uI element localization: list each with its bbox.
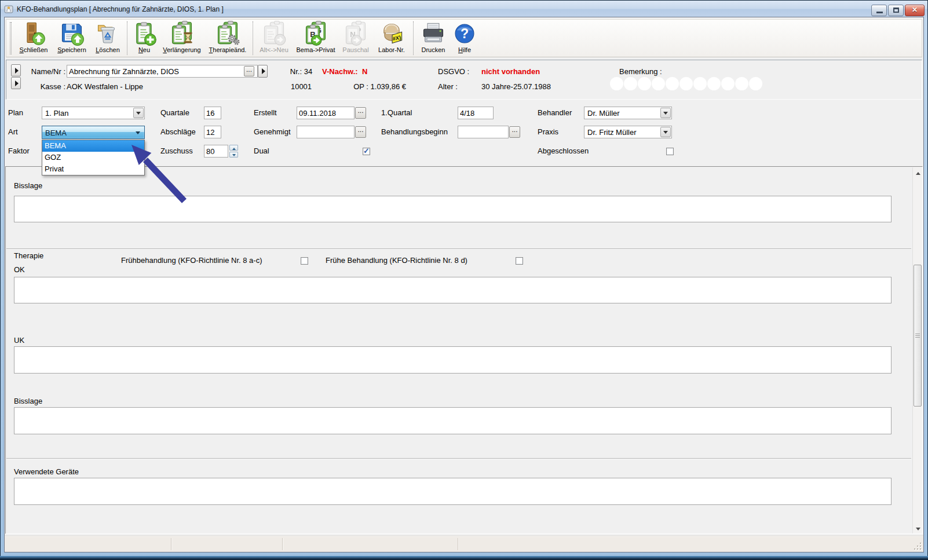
scrollbar-up-button[interactable] <box>913 167 923 177</box>
art-option-privat[interactable]: Privat <box>42 163 144 175</box>
application-window: KFO-Behandlungsplan [ Abrechnung für Zah… <box>0 0 928 560</box>
bemerkung-dot <box>652 77 665 90</box>
dual-checkbox[interactable] <box>363 148 370 155</box>
maximize-icon <box>893 8 899 13</box>
patient-name-input[interactable] <box>67 65 258 78</box>
dual-label: Dual <box>254 147 269 155</box>
abgeschlossen-label: Abgeschlossen <box>538 147 589 155</box>
labor-nr-icon: #X) <box>379 21 404 46</box>
kasse-label: Kasse : <box>20 82 65 91</box>
toolbar-button-hilfe[interactable]: ? Hilfe <box>451 20 478 56</box>
nav-next-record-button[interactable] <box>258 65 268 78</box>
abschlaege-input[interactable] <box>204 126 221 138</box>
abgeschlossen-checkbox[interactable] <box>666 148 674 155</box>
behandlungsbeginn-date-button[interactable]: ... <box>509 126 520 138</box>
abschlaege-label: Abschläge <box>160 127 196 136</box>
geraete-textarea[interactable] <box>14 478 892 505</box>
close-button[interactable]: ✕ <box>905 5 925 16</box>
bemerkung-dot <box>721 77 735 90</box>
quartale-input[interactable] <box>204 107 221 119</box>
section-divider <box>6 458 911 459</box>
praxis-combobox[interactable]: Dr. Fritz Müller <box>584 126 672 138</box>
quartale-label: Quartale <box>160 108 189 117</box>
bisslage-lower-textarea[interactable] <box>14 407 892 434</box>
op-label: OP : <box>353 82 368 91</box>
scrollbar-down-button[interactable] <box>913 524 923 533</box>
toolbar-gripper[interactable] <box>10 22 12 54</box>
art-option-bema[interactable]: BEMA <box>42 140 144 152</box>
bisslage-upper-textarea[interactable] <box>14 196 892 222</box>
plan-dropdown-button[interactable] <box>133 108 144 118</box>
quartal1-input[interactable] <box>458 107 494 119</box>
bemerkung-label: Bemerkung : <box>619 67 662 76</box>
alt-neu-icon <box>261 21 287 46</box>
toolbar-button-labor-nr[interactable]: #X) Labor-Nr. <box>372 20 411 56</box>
art-dropdown-list: BEMA GOZ Privat <box>42 140 145 175</box>
client-area: Schließen Speichern <box>5 17 923 552</box>
statusbar-divider <box>458 538 458 550</box>
zuschuss-input[interactable] <box>204 145 228 158</box>
bemerkung-dot <box>666 77 679 90</box>
uk-textarea[interactable] <box>14 346 892 374</box>
title-bar[interactable]: KFO-Behandlungsplan [ Abrechnung für Zah… <box>1 1 927 17</box>
bemerkung-dot <box>638 77 651 90</box>
toolbar-button-schliessen[interactable]: Schließen <box>14 20 53 56</box>
spinner-up-button[interactable] <box>229 145 238 151</box>
door-exit-icon <box>21 21 46 46</box>
scrollbar-grip <box>915 334 920 339</box>
toolbar-label: Neu <box>138 46 150 53</box>
pauschal-icon: P N <box>343 21 368 46</box>
zuschuss-spinner[interactable] <box>229 145 238 158</box>
minimize-button[interactable] <box>871 5 887 16</box>
nr-value: 34 <box>304 67 312 76</box>
nav-next-plan-button[interactable] <box>11 64 21 76</box>
toolbar-button-drucken[interactable]: Drucken <box>416 20 451 56</box>
erstellt-date-button[interactable]: ... <box>355 107 366 119</box>
art-option-goz[interactable]: GOZ <box>42 152 144 163</box>
nav-next-patient-button[interactable] <box>11 77 21 89</box>
toolbar-label: Hilfe <box>458 46 471 53</box>
genehmigt-label: Genehmigt <box>254 127 291 136</box>
behandler-label: Behandler <box>538 108 572 117</box>
spinner-down-button[interactable] <box>229 152 238 158</box>
new-plan-icon <box>131 21 157 46</box>
behandler-combobox[interactable]: Dr. Müller <box>584 107 672 119</box>
toolbar-button-verlaengerung[interactable]: Verlängerung <box>159 20 205 56</box>
patient-browse-button[interactable]: ... <box>244 66 254 76</box>
toolbar-button-loeschen[interactable]: Löschen <box>91 20 125 56</box>
art-value: BEMA <box>45 128 67 137</box>
op-value: 1.039,86 € <box>371 82 406 91</box>
maximize-button[interactable] <box>888 5 904 16</box>
toolbar-label: Pauschal <box>342 46 368 53</box>
ok-textarea[interactable] <box>14 277 892 303</box>
statusbar-divider <box>282 538 283 550</box>
behandler-dropdown-button[interactable] <box>660 108 671 118</box>
erstellt-input[interactable] <box>297 107 355 119</box>
toolbar-separator <box>253 21 253 55</box>
toolbar-label: Bema->Privat <box>297 46 335 53</box>
genehmigt-input[interactable] <box>297 126 355 138</box>
toolbar-label: Therapieänd. <box>209 46 247 53</box>
toolbar-label: Schließen <box>20 46 48 53</box>
plan-number: Nr.: 34 <box>283 67 319 76</box>
toolbar-button-neu[interactable]: Neu <box>130 20 159 56</box>
statusbar-divider <box>171 538 171 550</box>
ok-label: OK <box>14 265 25 274</box>
uk-label: UK <box>14 336 24 345</box>
scrollbar-thumb[interactable] <box>914 265 922 407</box>
genehmigt-date-button[interactable]: ... <box>355 126 366 138</box>
resize-grip[interactable] <box>914 543 921 550</box>
toolbar-button-bema-privat[interactable]: G B Bema->Privat <box>293 20 339 56</box>
praxis-dropdown-button[interactable] <box>660 127 671 137</box>
fruehe-behandlung-checkbox[interactable] <box>516 257 523 265</box>
bemerkung-dot <box>707 77 721 90</box>
behandlungsbeginn-input[interactable] <box>458 126 509 138</box>
plan-value: 1. Plan <box>45 109 68 118</box>
fruehbehandlung-checkbox[interactable] <box>301 257 308 265</box>
art-combobox[interactable]: BEMA <box>42 126 145 139</box>
toolbar-button-speichern[interactable]: Speichern <box>53 20 91 56</box>
plan-combobox[interactable]: 1. Plan <box>42 107 145 119</box>
toolbar-button-therapieaend[interactable]: Therapieänd. <box>205 20 250 56</box>
behandler-value: Dr. Müller <box>587 109 620 118</box>
vertical-scrollbar[interactable] <box>912 167 922 533</box>
